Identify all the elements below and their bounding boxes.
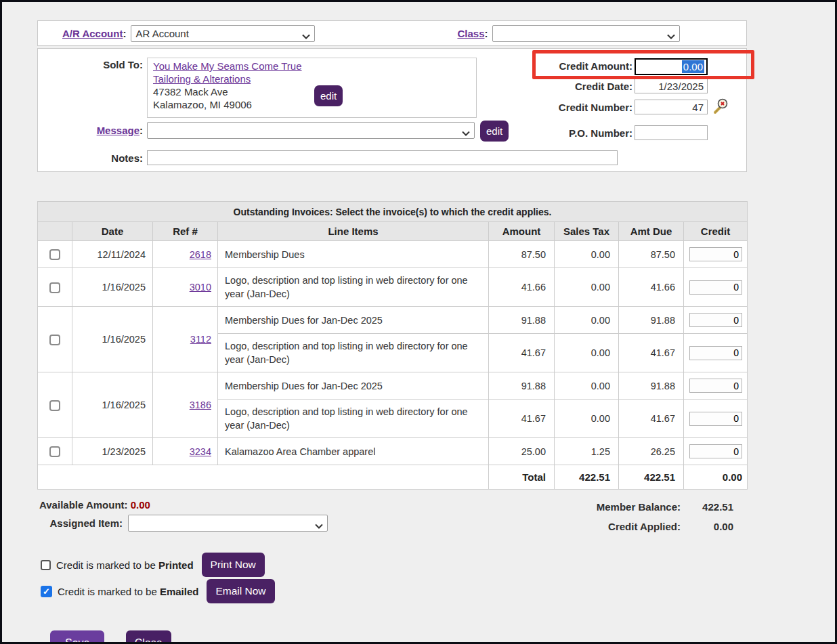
line-item-desc: Kalamazoo Area Chamber apparel (218, 438, 489, 465)
credit-amount-input[interactable]: 0.00 (635, 58, 708, 75)
credit-applied-value: 0.00 (681, 521, 733, 532)
emailed-label: Credit is marked to be Emailed (58, 586, 198, 597)
close-button[interactable]: Close (126, 630, 171, 644)
invoice-select-checkbox[interactable] (49, 446, 60, 457)
sales-tax-column-header: Sales Tax (555, 222, 619, 241)
save-button[interactable]: Save (50, 630, 104, 644)
credit-amount-cell-input[interactable] (689, 444, 742, 458)
sold-to-label: Sold To: (38, 59, 143, 70)
line-item-amount: 41.66 (489, 268, 555, 307)
magnifier-icon[interactable] (712, 98, 729, 118)
line-item-tax: 0.00 (555, 241, 619, 268)
line-item-amount: 41.67 (489, 334, 555, 372)
footer-section: Available Amount: 0.00 Assigned Item: Me… (37, 494, 747, 644)
sold-to-name-link2[interactable]: Tailoring & Alterations (153, 73, 251, 85)
credit-amount-cell-input[interactable] (689, 247, 742, 261)
line-item-amount: 91.88 (489, 372, 555, 400)
table-row: 1/23/2025 3234 Kalamazoo Area Chamber ap… (38, 438, 748, 465)
credit-number-label: Credit Number: (444, 102, 632, 113)
invoice-ref-link[interactable]: 3234 (190, 446, 211, 457)
total-label: Total (489, 465, 555, 490)
po-number-label: P.O. Number: (444, 127, 632, 139)
message-link[interactable]: Message (97, 125, 140, 136)
assigned-item-label: Assigned Item: (47, 517, 123, 529)
line-item-amount: 87.50 (489, 241, 555, 268)
line-item-due: 41.67 (619, 334, 684, 372)
credit-number-input[interactable] (635, 100, 708, 114)
account-class-bar: A/R Account: AR Account Class: (37, 20, 747, 46)
po-number-input[interactable] (635, 125, 708, 140)
line-item-desc: Membership Dues for Jan-Dec 2025 (218, 372, 489, 400)
balances-block: Member Balance: 422.51 Credit Applied: 0… (572, 501, 733, 532)
ref-column-header: Ref # (153, 222, 218, 241)
line-item-desc: Logo, description and top listing in web… (218, 400, 489, 438)
invoice-ref-link[interactable]: 3112 (190, 334, 211, 345)
table-row: 1/16/2025 3112 Membership Dues for Jan-D… (38, 307, 748, 334)
printed-checkbox[interactable] (41, 560, 51, 570)
notes-input[interactable] (147, 150, 618, 165)
line-item-due: 41.66 (619, 268, 684, 307)
line-item-amount: 25.00 (489, 438, 555, 465)
email-now-button[interactable]: Email Now (207, 579, 274, 603)
page-frame: A/R Account: AR Account Class: Sold To: … (0, 0, 837, 644)
invoice-select-checkbox[interactable] (49, 249, 60, 260)
line-item-desc: Membership Dues for Jan-Dec 2025 (218, 307, 489, 334)
table-row: 12/11/2024 2618 Membership Dues 87.50 0.… (38, 241, 748, 268)
sold-to-address-line1: 47382 Mack Ave (153, 85, 471, 98)
table-row: 1/16/2025 3186 Membership Dues for Jan-D… (38, 372, 748, 400)
message-select[interactable] (147, 122, 475, 139)
invoice-select-checkbox[interactable] (49, 400, 60, 411)
line-item-due: 87.50 (619, 241, 684, 268)
line-item-tax: 1.25 (555, 438, 619, 465)
emailed-checkbox[interactable]: ✓ (41, 586, 52, 597)
outstanding-invoices-table: Outstanding Invoices: Select the invoice… (37, 201, 748, 490)
credit-applied-label: Credit Applied: (572, 521, 681, 532)
table-row: 1/16/2025 3010 Logo, description and top… (38, 268, 748, 307)
class-select[interactable] (492, 25, 680, 42)
invoice-select-checkbox[interactable] (49, 335, 60, 345)
sold-to-edit-button[interactable]: edit (314, 85, 343, 106)
invoice-ref-link[interactable]: 3010 (190, 282, 211, 293)
checkbox-column-header (38, 222, 72, 241)
invoice-date: 1/23/2025 (72, 438, 153, 465)
class-link[interactable]: Class (457, 28, 484, 39)
invoice-date: 12/11/2024 (72, 241, 153, 268)
line-item-desc: Logo, description and top listing in web… (218, 268, 489, 307)
print-now-button[interactable]: Print Now (202, 553, 265, 577)
line-items-column-header: Line Items (218, 222, 489, 241)
line-item-desc: Logo, description and top listing in web… (218, 334, 489, 372)
amt-due-column-header: Amt Due (619, 222, 684, 241)
date-column-header: Date (72, 222, 153, 241)
line-item-tax: 0.00 (555, 334, 619, 372)
credit-amount-cell-input[interactable] (689, 412, 742, 426)
printed-label: Credit is marked to be Printed (56, 559, 194, 571)
total-credit: 0.00 (684, 465, 748, 490)
sold-to-address-line2: Kalamazoo, MI 49006 (153, 98, 471, 111)
credit-amount-cell-input[interactable] (689, 346, 742, 360)
credit-column-header: Credit (684, 222, 748, 241)
credit-amount-cell-input[interactable] (689, 280, 742, 295)
credit-date-label: Credit Date: (444, 81, 632, 92)
credit-header-panel: Sold To: You Make My Seams Come True Tai… (37, 48, 747, 172)
sold-to-name-link[interactable]: You Make My Seams Come True (153, 60, 302, 72)
invoice-ref-link[interactable]: 2618 (190, 249, 211, 260)
credit-amount-cell-input[interactable] (689, 313, 742, 327)
credit-date-input[interactable] (635, 79, 708, 93)
line-item-amount: 91.88 (489, 307, 555, 334)
total-amount: 422.51 (555, 465, 619, 490)
table-caption: Outstanding Invoices: Select the invoice… (38, 202, 748, 222)
line-item-due: 26.25 (619, 438, 684, 465)
invoice-ref-link[interactable]: 3186 (190, 400, 211, 410)
invoice-date: 1/16/2025 (72, 268, 153, 307)
invoice-select-checkbox[interactable] (49, 282, 60, 293)
invoice-date: 1/16/2025 (72, 307, 153, 372)
notes-label: Notes: (38, 152, 143, 164)
credit-amount-cell-input[interactable] (689, 379, 742, 393)
member-balance-value: 422.51 (681, 501, 733, 513)
credit-amount-selected-text: 0.00 (682, 60, 704, 73)
amount-column-header: Amount (489, 222, 555, 241)
assigned-item-select[interactable] (128, 515, 328, 532)
ar-account-link[interactable]: A/R Account (62, 28, 123, 39)
ar-account-select[interactable]: AR Account (131, 25, 315, 42)
available-amount-value: 0.00 (131, 499, 150, 511)
